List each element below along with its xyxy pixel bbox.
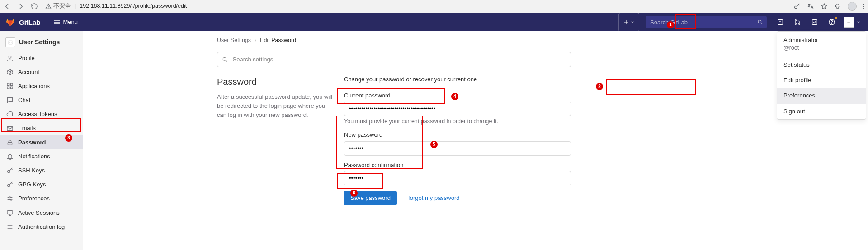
sidebar-item-label: Authentication log [18, 223, 65, 231]
svg-point-1 [795, 6, 797, 8]
user-menu-trigger[interactable] [842, 16, 863, 28]
svg-point-23 [10, 199, 12, 201]
browser-nav [4, 3, 38, 10]
sidebar-item-emails[interactable]: Emails [0, 121, 83, 135]
sidebar-item-label: Chat [18, 96, 30, 104]
svg-rect-17 [10, 87, 13, 89]
todos-icon[interactable] [807, 15, 822, 29]
forgot-password-link[interactable]: I forgot my password [405, 194, 460, 202]
sidebar-title-text: User Settings [19, 38, 60, 47]
sidebar-item-label: Active Sessions [18, 209, 60, 217]
svg-rect-7 [812, 20, 817, 25]
lock-icon [6, 139, 14, 146]
breadcrumb-root[interactable]: User Settings [217, 37, 251, 45]
current-password-input[interactable] [344, 102, 571, 116]
svg-point-22 [9, 197, 11, 198]
merge-requests-icon[interactable] [790, 15, 805, 29]
user-menu-set-status[interactable]: Set status [777, 57, 866, 73]
user-menu-preferences[interactable]: Preferences [777, 88, 866, 103]
browser-actions [793, 2, 864, 11]
browser-profile-avatar[interactable] [848, 2, 857, 11]
settings-search[interactable] [217, 52, 571, 67]
sidebar-item-account[interactable]: Account [0, 65, 83, 79]
sidebar-item-notifications[interactable]: Notifications [0, 149, 83, 163]
avatar [5, 37, 15, 47]
chevron-down-icon [630, 20, 635, 24]
user-icon [6, 55, 14, 62]
extensions-icon[interactable] [834, 3, 841, 10]
svg-rect-16 [7, 87, 9, 89]
global-search-input[interactable] [649, 19, 757, 26]
breadcrumb-sep: › [255, 37, 256, 45]
sidebar-item-preferences[interactable]: Preferences [0, 192, 83, 206]
sidebar-item-label: GPG Keys [18, 181, 46, 189]
avatar [844, 17, 854, 28]
sidebar-title: User Settings [0, 34, 83, 51]
settings-search-input[interactable] [232, 56, 566, 63]
sidebar-item-applications[interactable]: Applications [0, 79, 83, 93]
brand-name: GitLab [19, 18, 41, 27]
section-lead: Change your password or recover your cur… [344, 75, 571, 83]
brand[interactable]: GitLab [5, 17, 41, 27]
svg-rect-11 [9, 41, 12, 44]
user-menu: Administrator @root Set status Edit prof… [777, 31, 866, 120]
svg-point-6 [799, 23, 800, 25]
global-search[interactable] [646, 16, 767, 28]
sidebar-item-label: Notifications [18, 153, 50, 161]
list-icon [6, 223, 14, 231]
save-password-button[interactable]: Save password [344, 191, 397, 205]
create-new-button[interactable] [618, 13, 639, 32]
page-root: 不安全 | 192.168.11.11:8929/-/profile/passw… [0, 0, 868, 250]
chevron-down-icon [801, 23, 804, 27]
menu-button[interactable]: Menu [50, 16, 82, 28]
back-button[interactable] [4, 3, 11, 10]
url-text: 192.168.11.11:8929/-/profile/password/ed… [80, 2, 187, 10]
insecure-label: 不安全 [53, 2, 71, 10]
sidebar-item-auth-log[interactable]: Authentication log [0, 220, 83, 234]
confirm-password-input[interactable] [344, 171, 571, 185]
browser-menu-icon[interactable] [863, 4, 864, 9]
user-menu-handle: @root [783, 44, 859, 52]
sidebar-item-chat[interactable]: Chat [0, 93, 83, 107]
svg-point-25 [223, 57, 226, 60]
plus-icon [623, 19, 629, 25]
current-password-hint: You must provide your current password i… [344, 118, 571, 126]
forward-button[interactable] [17, 3, 24, 10]
browser-toolbar: 不安全 | 192.168.11.11:8929/-/profile/passw… [0, 0, 868, 13]
svg-point-21 [8, 185, 10, 187]
sidebar-item-label: Profile [18, 54, 35, 62]
sidebar-item-profile[interactable]: Profile [0, 51, 83, 65]
app-body: User Settings Profile Account Applicatio… [0, 31, 868, 250]
field-new-password: New password [344, 131, 571, 155]
translate-icon[interactable] [807, 3, 814, 10]
sidebar-item-active-sessions[interactable]: Active Sessions [0, 206, 83, 220]
star-icon[interactable] [821, 3, 828, 10]
section-intro: After a successful password update, you … [217, 93, 333, 120]
password-section: Password After a successful password upd… [217, 75, 571, 205]
key-icon [6, 181, 14, 188]
sidebar-item-label: Applications [18, 82, 50, 90]
sidebar-item-password[interactable]: Password [0, 135, 83, 149]
chat-icon [6, 97, 14, 104]
breadcrumb-current: Edit Password [260, 37, 296, 45]
svg-point-9 [832, 23, 832, 24]
confirm-password-label: Password confirmation [344, 161, 571, 169]
user-menu-sign-out[interactable]: Sign out [777, 104, 866, 119]
address-bar[interactable]: 不安全 | 192.168.11.11:8929/-/profile/passw… [45, 2, 789, 10]
cloud-icon [6, 111, 14, 118]
sidebar-item-access-tokens[interactable]: Access Tokens [0, 107, 83, 121]
sidebar-item-label: Emails [18, 124, 36, 132]
key-icon[interactable] [793, 3, 801, 10]
sidebar-item-gpg-keys[interactable]: GPG Keys [0, 178, 83, 192]
field-current-password: Current password You must provide your c… [344, 92, 571, 126]
menu-label: Menu [63, 18, 78, 26]
reload-button[interactable] [31, 3, 38, 10]
help-icon[interactable] [825, 15, 839, 29]
issues-icon[interactable] [773, 15, 788, 29]
svg-rect-10 [847, 20, 851, 24]
sidebar-item-ssh-keys[interactable]: SSH Keys [0, 164, 83, 178]
hamburger-icon [53, 19, 61, 26]
user-menu-edit-profile[interactable]: Edit profile [777, 73, 866, 88]
bell-icon [6, 153, 14, 160]
new-password-input[interactable] [344, 141, 571, 156]
